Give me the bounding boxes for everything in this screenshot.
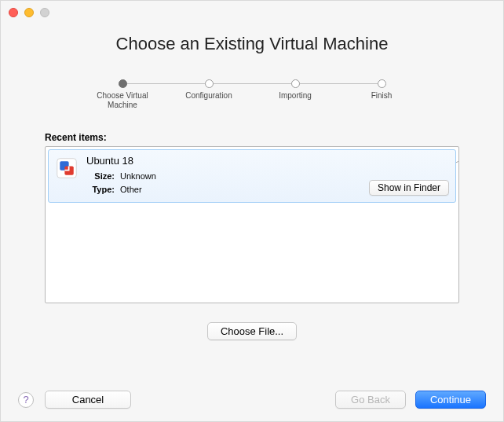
recent-item[interactable]: Ubuntu 18 Size: Unknown Type: Other Show…	[48, 149, 456, 203]
type-value: Other	[120, 185, 142, 194]
type-label: Type:	[86, 183, 115, 196]
choose-file-button[interactable]: Choose File...	[207, 322, 297, 340]
zoom-window-button	[40, 8, 49, 17]
step-label: Finish	[371, 91, 393, 101]
wizard-steps: Choose Virtual Machine Configuration Imp…	[68, 79, 436, 110]
step-label: Configuration	[185, 91, 232, 101]
cancel-button[interactable]: Cancel	[45, 391, 131, 409]
vm-icon	[55, 156, 79, 180]
size-value: Unknown	[120, 171, 156, 181]
window-controls	[9, 8, 49, 17]
step-label: Choose Virtual Machine	[87, 91, 158, 110]
step-choose-vm: Choose Virtual Machine	[79, 79, 166, 110]
step-indicator-icon	[378, 79, 386, 88]
step-indicator-icon	[119, 79, 127, 88]
recent-items-list: Ubuntu 18 Size: Unknown Type: Other Show…	[45, 146, 459, 303]
recent-item-details: Ubuntu 18 Size: Unknown Type: Other	[86, 155, 156, 196]
close-window-button[interactable]	[9, 8, 18, 17]
help-button[interactable]: ?	[18, 392, 34, 408]
go-back-button: Go Back	[335, 391, 406, 409]
wizard-window: Choose an Existing Virtual Machine Choos…	[0, 0, 504, 422]
minimize-window-button[interactable]	[24, 8, 34, 17]
page-title: Choose an Existing Virtual Machine	[1, 1, 503, 54]
continue-button[interactable]: Continue	[415, 391, 486, 409]
recent-items-header: Recent items:	[45, 132, 503, 143]
show-in-finder-button[interactable]: Show in Finder	[369, 180, 449, 196]
size-label: Size:	[86, 170, 115, 183]
step-indicator-icon	[291, 79, 300, 88]
wizard-footer: ? Cancel Go Back Continue	[1, 391, 503, 409]
step-indicator-icon	[205, 79, 214, 88]
recent-item-name: Ubuntu 18	[86, 155, 156, 167]
step-label: Importing	[279, 91, 312, 101]
